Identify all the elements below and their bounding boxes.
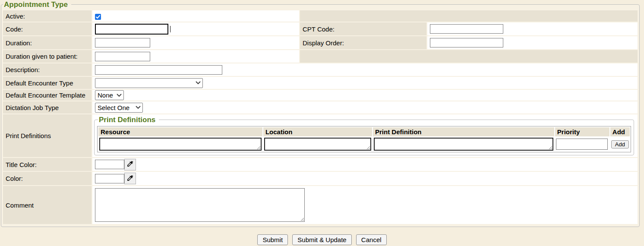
row-duration: Duration: Display Order: — [3, 36, 638, 49]
description-input[interactable] — [95, 65, 222, 75]
display-order-label: Display Order: — [300, 36, 426, 49]
color-input[interactable] — [95, 174, 124, 183]
display-order-input[interactable] — [430, 38, 503, 47]
column-header-add: Add — [610, 127, 630, 136]
cpt-code-input[interactable] — [430, 24, 503, 34]
active-row-filler — [300, 10, 638, 22]
code-input[interactable] — [95, 24, 168, 35]
text-caret — [170, 26, 170, 32]
title-color-label: Title Color: — [3, 158, 92, 171]
duration-label: Duration: — [3, 36, 92, 49]
duration-patient-input[interactable] — [95, 52, 150, 61]
default-encounter-template-select[interactable]: None — [95, 90, 124, 100]
title-color-input[interactable] — [95, 160, 124, 169]
cpt-code-label: CPT Code: — [300, 22, 426, 35]
row-dictation-job-type: Dictation Job Type Select One — [3, 101, 638, 114]
cancel-button[interactable]: Cancel — [356, 234, 387, 245]
row-default-encounter-type: Default Encounter Type — [3, 77, 638, 89]
column-header-location: Location — [263, 127, 372, 136]
active-label: Active: — [3, 10, 92, 22]
row-print-definitions: Print Definitions Print Definitions Reso… — [3, 114, 638, 157]
color-label: Color: — [3, 172, 92, 185]
print-definitions-row-label: Print Definitions — [3, 114, 92, 157]
form-action-buttons: Submit Submit & Update Cancel — [0, 234, 644, 245]
print-definitions-legend: Print Definitions — [98, 115, 159, 124]
dictation-job-type-select[interactable]: Select One — [95, 103, 143, 113]
row-color: Color: — [3, 172, 638, 185]
column-header-priority: Priority — [555, 127, 609, 136]
column-header-resource: Resource — [98, 127, 262, 136]
location-textarea[interactable] — [264, 138, 371, 151]
page-title: Appointment Type — [3, 0, 71, 9]
print-definitions-header-row: Resource Location Print Definition Prior… — [98, 127, 630, 136]
eyedropper-icon — [126, 160, 134, 169]
description-label: Description: — [3, 63, 92, 76]
row-active: Active: — [3, 10, 638, 22]
column-header-print-definition: Print Definition — [373, 127, 554, 136]
code-label: Code: — [3, 22, 92, 35]
row-comment: Comment — [3, 186, 638, 224]
row-default-encounter-template: Default Encounter Template None — [3, 90, 638, 101]
row-code: Code: CPT Code: — [3, 22, 638, 35]
eyedropper-icon — [126, 174, 134, 183]
duration-input[interactable] — [95, 38, 150, 47]
default-encounter-template-value: None — [98, 91, 113, 99]
submit-and-update-button[interactable]: Submit & Update — [292, 234, 351, 245]
appointment-type-fieldset: Appointment Type Active: Code: CPT Code: — [1, 0, 640, 227]
comment-textarea[interactable] — [95, 188, 305, 222]
active-checkbox[interactable] — [95, 14, 101, 20]
dictation-job-type-label: Dictation Job Type — [3, 101, 92, 114]
add-button[interactable]: Add — [611, 140, 629, 148]
dictation-job-type-value: Select One — [98, 104, 129, 111]
chevron-down-icon — [196, 81, 201, 85]
default-encounter-type-select[interactable] — [95, 78, 203, 88]
resource-textarea[interactable] — [99, 138, 262, 151]
comment-label: Comment — [3, 186, 92, 224]
default-encounter-type-label: Default Encounter Type — [3, 77, 92, 89]
chevron-down-icon — [117, 93, 122, 98]
duration-patient-row-filler — [300, 50, 638, 63]
print-definitions-entry-row: Add — [98, 137, 630, 151]
default-encounter-template-label: Default Encounter Template — [3, 90, 92, 101]
priority-input[interactable] — [556, 139, 608, 150]
submit-button[interactable]: Submit — [257, 234, 288, 245]
chevron-down-icon — [136, 105, 141, 110]
row-title-color: Title Color: — [3, 158, 638, 171]
duration-patient-label: Duration given to patient: — [3, 50, 92, 63]
row-description: Description: — [3, 63, 638, 76]
row-duration-patient: Duration given to patient: — [3, 50, 638, 63]
print-definitions-fieldset: Print Definitions Resource Location Prin… — [94, 115, 634, 155]
appointment-type-form-table: Active: Code: CPT Code: Durati — [2, 9, 638, 225]
print-definition-textarea[interactable] — [374, 138, 553, 151]
print-definitions-table: Resource Location Print Definition Prior… — [97, 126, 631, 152]
color-picker-button[interactable] — [124, 173, 136, 184]
title-color-picker-button[interactable] — [124, 159, 136, 170]
